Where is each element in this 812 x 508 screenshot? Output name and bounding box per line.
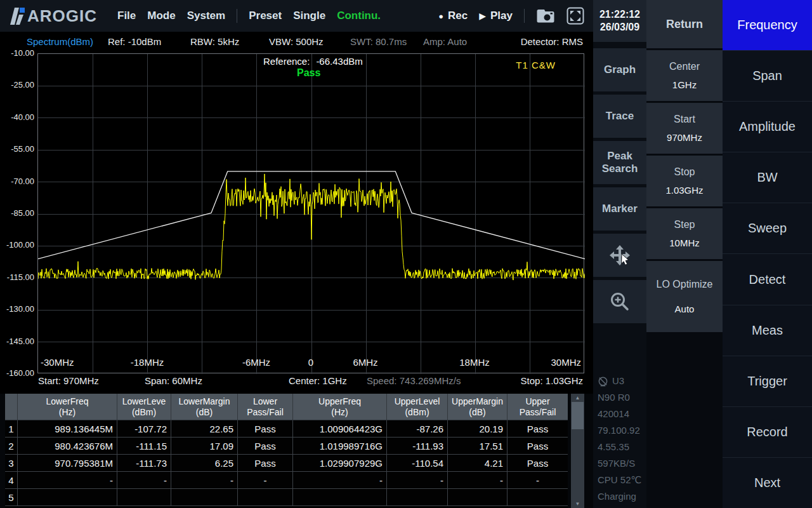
limit-results-table: LowerFreq(Hz) LowerLeve(dBm) LowerMargin… (5, 394, 585, 508)
peak-search-button[interactable]: Peak Search (593, 141, 646, 184)
menu-preset[interactable]: Preset (249, 10, 282, 22)
play-triangle-icon: ▶ (479, 11, 486, 21)
y-tick-label: -25.00 (0, 80, 34, 90)
unit-label: U3 (612, 373, 624, 389)
pan-icon (608, 244, 631, 267)
start-freq-item[interactable]: Start 970MHz (646, 103, 723, 154)
x-tick-label: 6MHz (353, 357, 377, 368)
plot-area[interactable]: Reference:-66.43dBm Pass T1 C&W -30MHz -… (37, 53, 584, 373)
table-row: 2980.423676M -111.1517.09 Pass1.01998971… (5, 438, 568, 455)
status-line: N90 R0 (598, 389, 646, 406)
logo-mark-icon (9, 6, 27, 26)
y-tick-label: -55.00 (0, 144, 34, 154)
camera-icon (536, 8, 555, 24)
y-tick-label: -10.00 (0, 48, 34, 58)
menu-amplitude-button[interactable]: Amplitude (723, 101, 812, 152)
lo-optimize-item[interactable]: LO Optimize Auto (646, 261, 723, 332)
play-button[interactable]: ▶ Play (479, 10, 513, 22)
table-row: 4- -- -- -- - (5, 472, 568, 489)
zoom-in-icon (608, 290, 631, 313)
time: 21:22:12 (599, 9, 640, 20)
menu-record-button[interactable]: Record (723, 406, 812, 457)
menu-continuous[interactable]: Continu. (337, 10, 381, 22)
vbw-label[interactable]: VBW: 500Hz (269, 36, 324, 47)
table-row: 3970.795381M -111.736.25 Pass1.029907929… (5, 455, 568, 472)
y-tick-label: -100.00 (0, 240, 34, 250)
table-header-row: LowerFreq(Hz) LowerLeve(dBm) LowerMargin… (5, 394, 568, 420)
date: 26/03/09 (600, 22, 639, 33)
menu-system[interactable]: System (187, 10, 225, 22)
y-tick-label: -115.00 (0, 272, 34, 282)
y-tick-label: -130.00 (0, 304, 34, 314)
record-dot-icon: ● (438, 11, 443, 21)
menu-file[interactable]: File (117, 10, 136, 22)
y-tick-label: -145.00 (0, 337, 34, 346)
stop-freq-item[interactable]: Stop 1.03GHz (646, 156, 723, 206)
menu-next-button[interactable]: Next (723, 457, 812, 508)
rbw-label[interactable]: RBW: 5kHz (190, 36, 239, 47)
span-label[interactable]: Span: 60MHz (145, 375, 202, 386)
start-freq-label[interactable]: Start: 970MHz (38, 375, 99, 386)
stop-freq-label[interactable]: Stop: 1.03GHz (521, 375, 583, 386)
battery-percent: 34% (619, 505, 638, 508)
scrollbar-thumb[interactable] (572, 402, 584, 429)
status-line: CPU 52℃ (598, 472, 646, 488)
step-freq-item[interactable]: Step 10MHz (646, 208, 723, 259)
status-line: 597KB/S (598, 455, 646, 472)
menu-trigger-button[interactable]: Trigger (723, 356, 812, 406)
menu-mode[interactable]: Mode (147, 10, 175, 22)
gps-off-icon (598, 376, 608, 387)
detector-label[interactable]: Detector: RMS (521, 36, 583, 47)
center-freq-item[interactable]: Center 1GHz (646, 50, 723, 101)
table-scrollbar[interactable]: ▲ ▼ (571, 394, 584, 508)
screenshot-button[interactable] (536, 8, 555, 24)
clock: 21:22:12 26/03/09 (593, 0, 646, 42)
return-button[interactable]: Return (646, 0, 723, 48)
marker-button[interactable]: Marker (593, 187, 646, 231)
spectrum-chart-region: Spectrum(dBm) Ref: -10dBm RBW: 5kHz VBW:… (0, 32, 593, 394)
status-line: 4.55.35 (598, 439, 646, 455)
menu-sweep-button[interactable]: Sweep (723, 203, 812, 253)
x-tick-label: 18MHz (459, 357, 490, 368)
y-tick-label: -160.00 (0, 368, 34, 378)
menu-frequency-button[interactable]: Frequency (723, 0, 812, 50)
pan-button[interactable] (593, 234, 646, 277)
pass-fail-status: Pass (297, 67, 320, 79)
ref-level-label[interactable]: Ref: -10dBm (108, 36, 161, 47)
menu-span-button[interactable]: Span (723, 50, 812, 101)
reference-readout: Reference:-66.43dBm (263, 56, 363, 67)
status-line: 420014 (598, 406, 646, 422)
status-line: Charging (598, 488, 646, 505)
x-tick-label: 0 (308, 357, 313, 368)
rec-button[interactable]: ● Rec (438, 10, 468, 22)
scroll-up-icon[interactable]: ▲ (571, 394, 584, 402)
logo-text: AROGIC (27, 6, 97, 26)
fullscreen-button[interactable] (566, 7, 584, 25)
trace-button[interactable]: Trace (593, 95, 646, 138)
main-menu: Frequency Span Amplitude BW Sweep Detect… (723, 0, 812, 508)
x-tick-label: -6MHz (242, 357, 270, 368)
amp-label: Amp: Auto (423, 36, 467, 47)
menu-single[interactable]: Single (293, 10, 325, 22)
scroll-down-icon[interactable]: ▼ (571, 500, 584, 508)
graph-button[interactable]: Graph (593, 48, 646, 91)
zoom-button[interactable] (593, 280, 646, 323)
menu-bw-button[interactable]: BW (723, 152, 812, 203)
menu-meas-button[interactable]: Meas (723, 305, 812, 356)
status-line: 79.100.92 (598, 422, 646, 439)
topbar-divider (237, 9, 237, 23)
menu-detect-button[interactable]: Detect (723, 253, 812, 304)
spectrum-analyzer-app: AROGIC File Mode System Preset Single Co… (0, 0, 812, 508)
y-tick-label: -40.00 (0, 112, 34, 122)
x-tick-label: 30MHz (551, 357, 581, 368)
x-tick-label: -30MHz (41, 357, 74, 368)
tools-column: 21:22:12 26/03/09 Graph Trace Peak Searc… (593, 0, 646, 508)
trace-units-label[interactable]: Spectrum(dBm) (27, 36, 93, 47)
y-tick-label: -85.00 (0, 208, 34, 218)
table-row: 5 (5, 489, 568, 506)
status-block: U3 N90 R0 420014 79.100.92 4.55.35 597KB… (593, 373, 646, 508)
y-tick-label: -70.00 (0, 177, 34, 186)
frequency-submenu: Return Center 1GHz Start 970MHz Stop 1.0… (646, 0, 723, 508)
sweep-speed-label: Speed: 743.269MHz/s (367, 375, 461, 386)
center-freq-label[interactable]: Center: 1GHz (289, 375, 347, 386)
